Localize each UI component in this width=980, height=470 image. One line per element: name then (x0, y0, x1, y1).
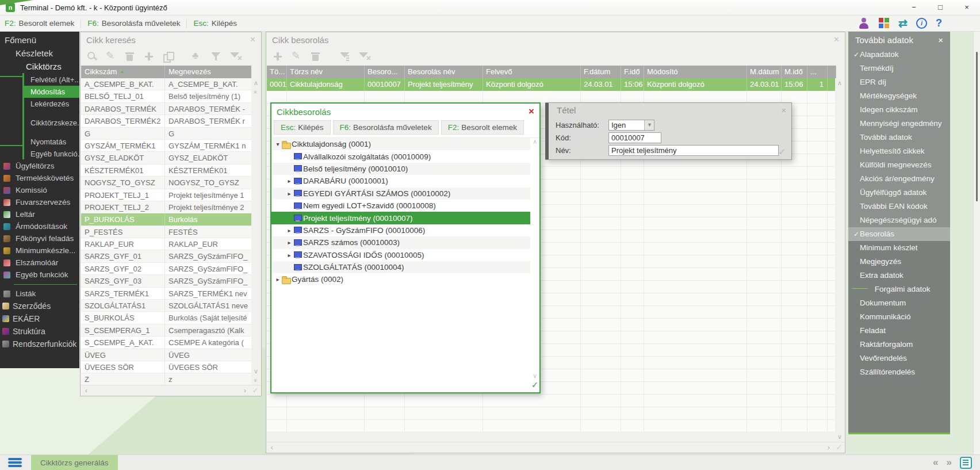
sidebar-item[interactable]: Extra adatok (848, 269, 950, 282)
close-icon[interactable]: × (250, 35, 255, 44)
table-row[interactable]: PROJEKT_TELJ_2 Projekt teljesítménye 2 (81, 201, 251, 213)
menu-item[interactable]: Módosítás (24, 86, 79, 98)
sidebar-item[interactable]: Kommunikáció (848, 310, 950, 324)
name-field[interactable]: Projekt teljesítmény (608, 145, 779, 156)
confirm-check-icon[interactable]: ✓ (250, 386, 261, 395)
tree-item[interactable]: SZOLGÁLTATÁS (00010004) (271, 261, 530, 273)
expand-arrow-icon[interactable]: ▸ (285, 178, 293, 184)
column-header[interactable]: M.dátum (747, 66, 782, 78)
task-list-icon[interactable] (960, 457, 972, 469)
tree-item[interactable]: ▾ Cikktulajdonság (0001) (271, 138, 530, 150)
menu-item[interactable]: Rendszerfunkciók (0, 338, 79, 350)
delete-icon[interactable] (124, 51, 136, 62)
menu-item[interactable]: Komissió (0, 184, 79, 196)
tree-item[interactable]: Nem egyedi LOT+Szavidő (00010008) (271, 200, 530, 212)
tree-vertical-scrollbar[interactable]: ∧ ∨ ✓ (530, 138, 539, 391)
scroll-down-icon[interactable]: ∨ (254, 366, 258, 376)
table-row[interactable]: GYSZ_ELADKÖT GYSZ_ELADKÖT (81, 152, 251, 164)
edit-icon[interactable] (105, 51, 117, 62)
menu-item[interactable]: Minimumkészle... (0, 244, 79, 257)
table-row[interactable]: SARZS_GYF_02 SARZS_GySzámFIFO_ (81, 263, 251, 275)
tree-item[interactable]: ▸ SZAVATOSSÁGI IDŐS (00010005) (271, 249, 530, 261)
tree-item[interactable]: ▸ EGYEDI GYÁRTÁSI SZÁMOS (00010002) (271, 188, 530, 200)
sidebar-item[interactable]: Mennyiségi engedmény (848, 117, 950, 131)
column-header[interactable]: F.dátum (581, 66, 621, 78)
table-row[interactable]: ÜVEGES SÖR ÜVEGES SÖR (81, 361, 251, 373)
filter-off-icon[interactable] (358, 51, 369, 62)
scroll-page-up-icon[interactable]: « (251, 90, 261, 94)
menu-item[interactable] (0, 110, 79, 117)
scroll-right-icon[interactable]: › (240, 386, 250, 395)
sidebar-item[interactable]: Külföldi megnevezés (848, 158, 950, 172)
sidebar-item[interactable]: Minimum készlet (848, 241, 950, 255)
close-icon[interactable]: × (834, 35, 839, 44)
table-row[interactable]: Z z (81, 373, 251, 385)
window-scrollbar[interactable] (973, 32, 980, 454)
table-row[interactable]: S_CSEMPE_A_KAT. CSEMPE A kategória ( (81, 337, 251, 349)
filter-icon[interactable] (210, 51, 221, 62)
tree-item[interactable]: ▸ SARZS - GySzámFIFO (00010006) (271, 224, 530, 236)
scroll-down-icon[interactable]: ∨ (837, 432, 842, 441)
horizontal-scrollbar[interactable]: ‹ › ✓ (267, 442, 844, 452)
task-tab[interactable]: Cikktörzs generálás (31, 455, 118, 470)
menu-item[interactable]: Struktúra (0, 325, 79, 338)
sidebar-item[interactable]: EPR díj (848, 75, 950, 89)
menu-f2-besorolt-elemek[interactable]: F2: Besorolt elemek (5, 19, 74, 28)
vertical-scrollbar[interactable]: ∧ « ∨ » (251, 78, 261, 385)
table-row[interactable]: GYSZÁM_TERMÉK1 GYSZÁM_TERMÉK1 n (81, 140, 251, 152)
tree-item[interactable]: Belső teljesítmény (00010010) (271, 163, 530, 175)
sidebar-item[interactable]: Feladat (848, 324, 950, 338)
menu-item[interactable]: Egyéb funkció... (0, 148, 79, 160)
dialog-tab-button[interactable]: F6:Besorolásfa műveletek (333, 120, 439, 135)
menu-item[interactable]: Ármódosítások (0, 220, 79, 232)
usable-select[interactable]: Igen▼ (608, 120, 654, 131)
menu-item[interactable]: Termeléskövetés (0, 172, 79, 184)
confirm-check-icon[interactable]: ✓ (834, 443, 844, 452)
menu-item[interactable]: Nyomtatás (0, 136, 79, 148)
classification-selected-row[interactable]: 0001 Cikktulajdonság 00010007 Projekt te… (267, 78, 836, 91)
table-row[interactable]: G G (81, 128, 251, 140)
column-header[interactable]: Besorolás név (405, 66, 483, 78)
close-button[interactable]: × (954, 0, 980, 15)
menu-f6-besorolasfa-muveletek[interactable]: F6: Besorolásfa műveletek (87, 19, 180, 28)
swap-arrows-icon[interactable]: ⇄ (898, 18, 908, 29)
table-row[interactable]: ÜVEG ÜVEG (81, 349, 251, 361)
add-icon[interactable] (272, 51, 284, 62)
scroll-left-icon[interactable]: ‹ (81, 386, 91, 395)
tree-icon[interactable] (191, 51, 202, 62)
table-row[interactable]: NOGYSZ_TO_GYSZ NOGYSZ_TO_GYSZ (81, 177, 251, 189)
scroll-up-icon[interactable]: ∧ (254, 78, 258, 87)
tree-item[interactable]: ▸ Gyártás (0002) (271, 273, 530, 285)
accept-check-icon[interactable]: ✓ (778, 147, 786, 157)
table-row[interactable]: SARZS_TERMÉK1 SARZS_TERMÉK1 nev (81, 288, 251, 300)
column-header[interactable]: ... (807, 66, 828, 78)
expand-arrow-icon[interactable]: ▾ (274, 141, 282, 147)
scroll-right-icon[interactable]: › (824, 443, 834, 452)
table-row[interactable]: DARABOS_TERMÉK DARABOS_TERMÉK - (81, 103, 251, 115)
delete-icon[interactable] (310, 51, 321, 62)
sidebar-item[interactable]: Ügyfélfüggő adatok (848, 186, 950, 200)
menu-item[interactable]: Cikktörzskeze... (0, 117, 79, 129)
sidebar-item[interactable]: ✓Besorolás (848, 227, 950, 241)
dialog-tab-button[interactable]: F2:Besorolt elemek (441, 120, 524, 135)
column-header-megnevezes[interactable]: Megnevezés (165, 66, 251, 78)
expand-arrow-icon[interactable]: ▸ (274, 276, 282, 282)
sidebar-item[interactable]: Mértékegységek (848, 89, 950, 103)
sidebar-item[interactable]: További EAN kódok (848, 200, 950, 213)
table-row[interactable]: S_CSEMPERAG_1 Csemperagasztó (Kalk (81, 324, 251, 337)
menu-item[interactable]: Főmenü (0, 33, 79, 47)
scroll-thumb[interactable] (976, 52, 978, 201)
search-icon[interactable] (86, 51, 98, 62)
column-header[interactable]: M.idő (782, 66, 807, 78)
sidebar-item[interactable]: Helyettesítő cikkek (848, 144, 950, 158)
table-row[interactable]: P_BURKOLÁS Burkolás (81, 213, 251, 226)
hamburger-menu-icon[interactable] (8, 458, 23, 467)
sidebar-item[interactable]: Forgalmi adatok (848, 282, 950, 296)
menu-item[interactable]: Felvétel (Alt+... (0, 74, 79, 86)
column-header[interactable]: Besoro... (365, 66, 405, 78)
close-icon[interactable]: × (529, 106, 534, 117)
sidebar-item[interactable]: Vevőrendelés (848, 351, 950, 365)
menu-item[interactable]: Listák (0, 288, 79, 300)
close-icon[interactable]: × (781, 105, 786, 115)
menu-item[interactable]: Elszámolóár (0, 257, 79, 269)
